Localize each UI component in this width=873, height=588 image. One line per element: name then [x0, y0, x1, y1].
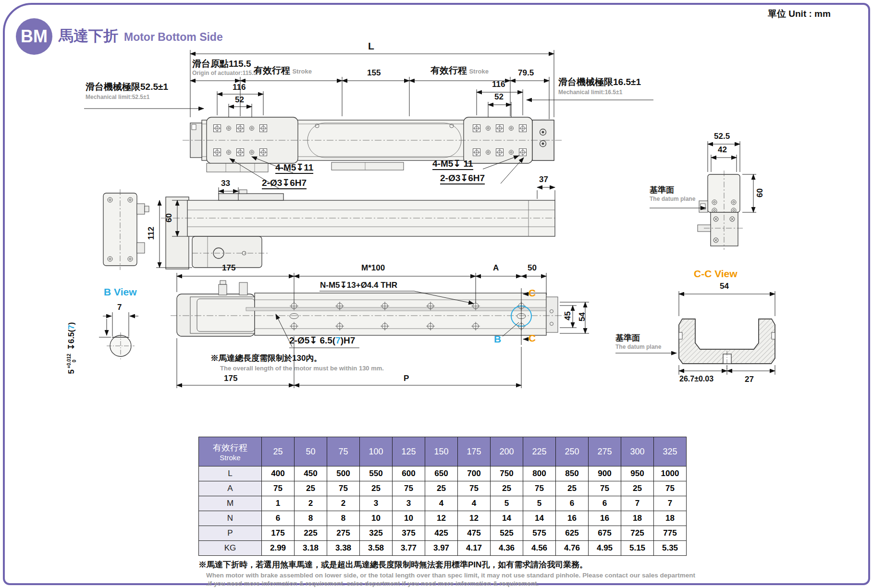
b-view-title: B View: [104, 286, 136, 298]
dim-42: 42: [718, 145, 727, 154]
table-cell: 750: [491, 466, 523, 481]
table-cell: 4: [425, 496, 458, 511]
table-cell: 4.56: [523, 541, 556, 556]
table-cell: 6: [589, 496, 621, 511]
datum-label-zh: 基準面: [650, 185, 674, 195]
thread-callout: N-M5↧13+Ø4.4 THR: [320, 281, 397, 290]
series-badge: BM: [16, 18, 52, 55]
pin-callout-left: 2-Ø3↧6H7: [262, 178, 307, 188]
table-cell: 550: [360, 466, 393, 481]
table-cell: 25: [295, 481, 327, 496]
table-cell: 75: [327, 481, 360, 496]
table-row-label: P: [199, 526, 262, 541]
pin-callout-right: 2-Ø3↧6H7: [440, 173, 485, 183]
section-c-top: C: [529, 287, 536, 299]
table-cell: 3.97: [425, 541, 458, 556]
table-cell: 25: [425, 481, 458, 496]
table-cell: 275: [327, 526, 360, 541]
table-cell: 525: [491, 526, 523, 541]
table-cell: 25: [491, 481, 523, 496]
table-cell: 7: [654, 496, 687, 511]
table-cell: 4.36: [491, 541, 523, 556]
table-cell: 16: [589, 511, 621, 526]
tap-callout-right: 4-M5↧ 11: [432, 159, 473, 169]
page-title-zh: 馬達下折: [59, 26, 118, 46]
section-b: B: [494, 333, 501, 345]
table-cell: 225: [295, 526, 327, 541]
table-header-stroke-value: 150: [425, 437, 458, 466]
footnote-en-2: .if you need more information & requirem…: [206, 580, 539, 587]
mech-limit-left-en: Mechanical limit:52.5±1: [86, 94, 149, 100]
table-cell: 175: [262, 526, 295, 541]
mech-limit-right-en: Mechanical limit:16.5±1: [558, 89, 622, 96]
table-cell: 625: [556, 526, 589, 541]
dim-54-cc: 54: [720, 282, 729, 291]
dim-79-5: 79.5: [518, 68, 534, 77]
table-cell: 12: [425, 511, 458, 526]
table-row: A75257525752575257525752575: [199, 481, 687, 496]
table-header-stroke-value: 300: [621, 437, 654, 466]
table-row-label: A: [199, 481, 262, 496]
table-header-stroke-value: 25: [262, 437, 295, 466]
table-header-stroke-value: 275: [589, 437, 621, 466]
table-cell: 3.38: [327, 541, 360, 556]
table-header-stroke-value: 225: [523, 437, 556, 466]
dim-27: 27: [745, 375, 754, 384]
dim-155: 155: [367, 68, 381, 77]
table-cell: 2.99: [262, 541, 295, 556]
dim-L: L: [368, 40, 374, 52]
table-cell: 75: [393, 481, 425, 496]
table-header-stroke-value: 175: [458, 437, 491, 466]
table-cell: 500: [327, 466, 360, 481]
table-header-stroke-value: 250: [556, 437, 589, 466]
cc-view-title: C-C View: [694, 268, 738, 280]
dim-116-left: 116: [233, 83, 246, 92]
table-cell: 4.17: [458, 541, 491, 556]
side-view-linework: [103, 189, 557, 270]
table-cell: 6: [556, 496, 589, 511]
table-header-stroke-value: 325: [654, 437, 687, 466]
dim-50: 50: [528, 263, 537, 272]
table-cell: 18: [654, 511, 687, 526]
motor-length-note-en: The overall length of the motor must be …: [220, 365, 384, 372]
table-cell: 3: [360, 496, 393, 511]
table-cell: 5.15: [621, 541, 654, 556]
table-cell: 425: [425, 526, 458, 541]
dim-60-section: 60: [755, 184, 764, 203]
mech-limit-left-zh: 滑台機械極限52.5±1: [86, 82, 168, 92]
bottom-view-linework: [171, 281, 565, 345]
table-header-stroke-value: 75: [327, 437, 360, 466]
table-cell: 1000: [654, 466, 687, 481]
dim-175-bottom: 175: [224, 374, 237, 383]
stroke-spec-table: 有效行程Stroke255075100125150175200225250275…: [198, 437, 687, 556]
table-cell: 5: [523, 496, 556, 511]
table-cell: 675: [589, 526, 621, 541]
dim-52-right: 52: [494, 92, 504, 101]
page-title-en: Motor Bottom Side: [124, 31, 223, 44]
origin-label-zh: 滑台原點115.5: [192, 59, 251, 69]
table-row-label: M: [199, 496, 262, 511]
table-cell: 400: [262, 466, 295, 481]
table-cell: 800: [523, 466, 556, 481]
cc-datum-zh: 基準面: [615, 333, 640, 343]
mech-limit-right-zh: 滑台機械極限16.5±1: [558, 77, 641, 87]
table-header-stroke-value: 200: [491, 437, 523, 466]
stroke-label-left: 有效行程 Stroke: [254, 65, 312, 75]
dim-33: 33: [221, 179, 230, 188]
table-row: P175225275325375425475525575625675725775: [199, 526, 687, 541]
table-cell: 650: [425, 466, 458, 481]
table-cell: 18: [621, 511, 654, 526]
cc-datum-en: The datum plane: [615, 344, 661, 350]
table-row: N68810101212141416161818: [199, 511, 687, 526]
table-header-stroke-value: 100: [360, 437, 393, 466]
table-cell: 25: [360, 481, 393, 496]
dim-116-right: 116: [492, 80, 505, 89]
unit-label: 單位 Unit : mm: [768, 8, 831, 20]
table-cell: 75: [589, 481, 621, 496]
table-cell: 5: [491, 496, 523, 511]
table-header-stroke-value: 125: [393, 437, 425, 466]
b-view-linework: [107, 332, 135, 359]
dim-26-7: 26.7±0.03: [679, 375, 713, 383]
table-cell: 3.77: [393, 541, 425, 556]
table-cell: 14: [491, 511, 523, 526]
